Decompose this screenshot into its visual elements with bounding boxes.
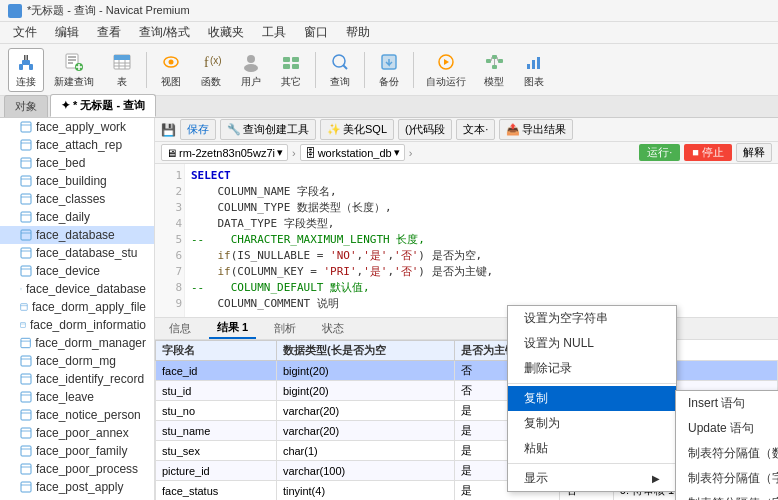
svg-rect-24	[283, 57, 290, 62]
sidebar-item[interactable]: face_database	[0, 226, 154, 244]
sidebar-item[interactable]: face_dorm_manager	[0, 334, 154, 352]
other-button[interactable]: 其它	[273, 48, 309, 92]
explain-button[interactable]: 解释	[736, 143, 772, 162]
app-icon	[8, 4, 22, 18]
table-icon	[20, 427, 32, 439]
run-button[interactable]: 运行·	[639, 144, 680, 161]
user-label: 用户	[241, 75, 261, 89]
view-button[interactable]: 视图	[153, 48, 189, 92]
table-icon	[20, 121, 32, 133]
database-selector[interactable]: 🗄 workstation_db ▾	[300, 144, 405, 161]
separator-3	[364, 52, 365, 88]
menu-item-文件[interactable]: 文件	[5, 22, 45, 43]
sidebar-item[interactable]: face_notice_person	[0, 406, 154, 424]
sidebar-item[interactable]: face_dorm_mg	[0, 352, 154, 370]
text-button[interactable]: 文本·	[456, 119, 495, 140]
ctx-show[interactable]: 显示 ▶	[508, 466, 676, 491]
ctx-copy-as[interactable]: 复制为	[508, 411, 676, 436]
sidebar-item[interactable]: face_daily	[0, 208, 154, 226]
menu-item-收藏夹[interactable]: 收藏夹	[200, 22, 252, 43]
sidebar-item[interactable]: face_device	[0, 262, 154, 280]
sidebar-item[interactable]: face_apply_work	[0, 118, 154, 136]
new-query-button[interactable]: 新建查询	[48, 48, 100, 92]
sidebar-item[interactable]: face_dorm_informatio	[0, 316, 154, 334]
sub-tab-fields[interactable]: 制表符分隔值（字段名）	[676, 466, 778, 491]
user-button[interactable]: 用户	[233, 48, 269, 92]
ctx-delete-record[interactable]: 删除记录	[508, 356, 676, 381]
ctx-paste[interactable]: 粘贴	[508, 436, 676, 461]
table-row[interactable]: face_id bigint(20) 否 是 ID	[156, 361, 778, 381]
sub-tab-both[interactable]: 制表符分隔值（字段名和数据）	[676, 491, 778, 500]
svg-rect-62	[20, 288, 22, 290]
svg-rect-78	[21, 428, 31, 438]
ctx-copy[interactable]: 复制	[508, 386, 676, 411]
ctx-sep-1	[508, 383, 676, 384]
sidebar-item[interactable]: face_attach_rep	[0, 136, 154, 154]
tab-status[interactable]: 状态	[314, 319, 352, 338]
code-segment-button[interactable]: ()代码段	[398, 119, 452, 140]
ctx-set-empty-string[interactable]: 设置为空字符串	[508, 306, 676, 331]
function-button[interactable]: f(x) 函数	[193, 48, 229, 92]
sidebar-item[interactable]: face_identify_record	[0, 370, 154, 388]
context-menu: 设置为空字符串 设置为 NULL 删除记录 复制 复制为 粘贴 显示 ▶	[507, 305, 677, 492]
sidebar-item[interactable]: face_post_employme	[0, 496, 154, 500]
chevron-down-icon-2: ▾	[394, 146, 400, 159]
sidebar-item[interactable]: face_classes	[0, 190, 154, 208]
sidebar-item[interactable]: face_poor_annex	[0, 424, 154, 442]
model-button[interactable]: 模型	[476, 48, 512, 92]
menu-item-工具[interactable]: 工具	[254, 22, 294, 43]
sub-update-stmt[interactable]: Update 语句	[676, 416, 778, 441]
tab-query[interactable]: ✦ * 无标题 - 查询	[50, 94, 156, 117]
svg-rect-50	[21, 176, 31, 186]
menu-item-帮助[interactable]: 帮助	[338, 22, 378, 43]
tab-info[interactable]: 信息	[161, 319, 199, 338]
autorun-button[interactable]: 自动运行	[420, 48, 472, 92]
menu-item-编辑[interactable]: 编辑	[47, 22, 87, 43]
svg-point-23	[244, 64, 258, 72]
col-header-type: 数据类型(长是否为空	[276, 341, 454, 361]
table-icon	[20, 319, 26, 331]
menu-item-查询/格式[interactable]: 查询/格式	[131, 22, 198, 43]
query-builder-button[interactable]: 🔧 查询创建工具	[220, 119, 316, 140]
sub-tab-data[interactable]: 制表符分隔值（数据）	[676, 441, 778, 466]
sidebar-item[interactable]: face_post_apply	[0, 478, 154, 496]
menu-item-查看[interactable]: 查看	[89, 22, 129, 43]
table-icon	[20, 409, 32, 421]
sidebar-item[interactable]: face_leave	[0, 388, 154, 406]
table-icon	[20, 391, 32, 403]
svg-rect-80	[21, 446, 31, 456]
export-button[interactable]: 📤 导出结果	[499, 119, 573, 140]
sql-content[interactable]: SELECT COLUMN_NAME 字段名, COLUMN_TYPE 数据类型…	[185, 164, 778, 317]
query-button[interactable]: 查询	[322, 48, 358, 92]
svg-rect-26	[283, 64, 290, 69]
save-icon: 💾	[161, 123, 176, 137]
table-icon	[111, 51, 133, 73]
sidebar-item[interactable]: face_building	[0, 172, 154, 190]
table-button[interactable]: 表	[104, 48, 140, 92]
sidebar-item[interactable]: face_dorm_apply_file	[0, 298, 154, 316]
sidebar-item[interactable]: face_device_database	[0, 280, 154, 298]
table-icon	[20, 373, 32, 385]
backup-button[interactable]: 备份	[371, 48, 407, 92]
tab-profiling[interactable]: 剖析	[266, 319, 304, 338]
beautify-button[interactable]: ✨ 美化SQL	[320, 119, 394, 140]
sql-editor[interactable]: 12345 6789 SELECT COLUMN_NAME 字段名, COLUM…	[155, 164, 778, 318]
sidebar-item[interactable]: face_bed	[0, 154, 154, 172]
tab-result[interactable]: 结果 1	[209, 318, 256, 339]
sidebar-item[interactable]: face_database_stu	[0, 244, 154, 262]
sidebar-item[interactable]: face_poor_process	[0, 460, 154, 478]
menu-item-窗口[interactable]: 窗口	[296, 22, 336, 43]
ctx-show-label: 显示	[524, 470, 548, 487]
sub-insert-stmt[interactable]: Insert 语句	[676, 391, 778, 416]
svg-rect-4	[27, 55, 29, 60]
svg-rect-1	[29, 64, 33, 70]
model-icon	[483, 51, 505, 73]
stop-button[interactable]: ■ 停止	[684, 144, 732, 161]
chart-button[interactable]: 图表	[516, 48, 552, 92]
save-button[interactable]: 保存	[180, 119, 216, 140]
tab-objects[interactable]: 对象	[4, 95, 48, 117]
sidebar-item[interactable]: face_poor_family	[0, 442, 154, 460]
ctx-set-null[interactable]: 设置为 NULL	[508, 331, 676, 356]
connect-button[interactable]: 连接	[8, 48, 44, 92]
connection-selector[interactable]: 🖥 rm-2zetn83n05wz7i ▾	[161, 144, 288, 161]
